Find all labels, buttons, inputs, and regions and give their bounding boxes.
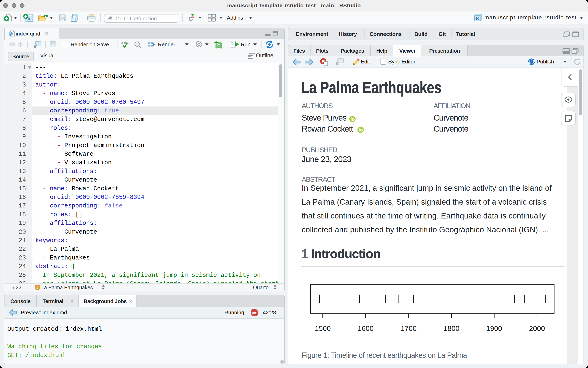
svg-text:1800: 1800 xyxy=(443,324,459,332)
svg-text:C: C xyxy=(217,43,220,48)
svg-text:1500: 1500 xyxy=(315,324,331,332)
svg-text:1700: 1700 xyxy=(401,324,417,332)
svg-text:1600: 1600 xyxy=(358,324,374,332)
svg-text:ABC: ABC xyxy=(121,41,129,45)
svg-text:1900: 1900 xyxy=(486,324,502,332)
svg-text:2000: 2000 xyxy=(529,324,545,332)
svg-text:STOP: STOP xyxy=(252,312,257,314)
svg-text:R: R xyxy=(476,16,479,21)
